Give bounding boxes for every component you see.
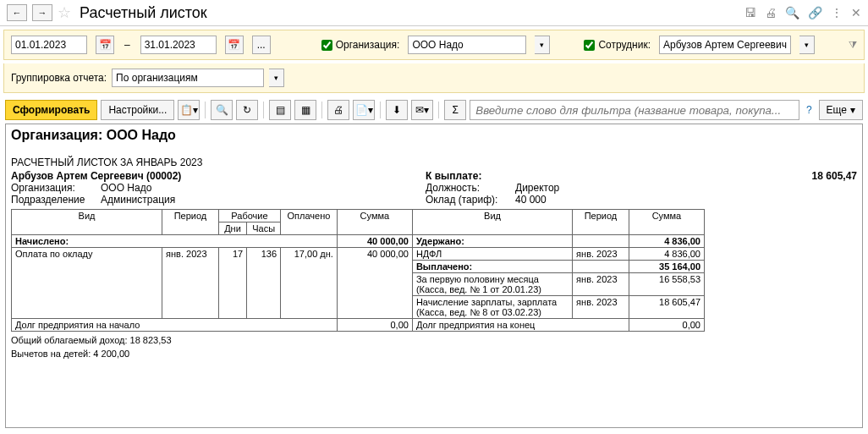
save-button[interactable]: ⬇	[386, 100, 408, 120]
help-link[interactable]: ?	[803, 104, 816, 116]
date-dash: –	[124, 39, 130, 51]
salary-value: 40 000	[515, 194, 547, 206]
org-label: Организация:	[336, 39, 400, 51]
forward-button[interactable]: →	[32, 4, 52, 21]
emp-checkbox[interactable]	[584, 40, 595, 51]
emp-dropdown-icon[interactable]: ▾	[799, 36, 815, 54]
copy-settings-button[interactable]: 📋▾	[178, 100, 200, 120]
info-org-label: Организация:	[11, 182, 96, 194]
refresh-icon[interactable]: ↻	[236, 100, 258, 120]
group-select[interactable]: По организациям	[112, 69, 264, 87]
salary-label: Оклад (тариф):	[426, 194, 510, 206]
pos-value: Директор	[515, 182, 559, 194]
pay-amount: 18 605,47	[812, 170, 857, 182]
footer-income: Общий облагаемый доход: 18 823,53	[11, 335, 857, 345]
sum-icon[interactable]: Σ	[444, 100, 466, 120]
find-icon[interactable]: 🔍	[211, 100, 233, 120]
emp-select[interactable]: Арбузов Артем Сергеевич	[659, 36, 791, 54]
report-area: Организация: ООО Надо РАСЧЕТНЫЙ ЛИСТОК З…	[5, 124, 863, 428]
org-select[interactable]: ООО Надо	[408, 36, 526, 54]
footer-deduct: Вычетов на детей: 4 200,00	[11, 349, 857, 359]
form-button[interactable]: Сформировать	[5, 100, 97, 120]
page-title: Расчетный листок	[80, 4, 739, 22]
date-period-button[interactable]: ...	[252, 36, 271, 54]
filter-icon[interactable]: ⧩	[849, 39, 857, 51]
back-button[interactable]: ←	[7, 4, 27, 21]
pay-label: К выплате:	[426, 170, 481, 182]
email-button[interactable]: ✉▾	[411, 100, 433, 120]
date-to-input[interactable]	[140, 36, 217, 54]
link-icon[interactable]: 🔗	[808, 6, 822, 19]
collapse-icon[interactable]: ▦	[294, 100, 316, 120]
report-sheet-title: РАСЧЕТНЫЙ ЛИСТОК ЗА ЯНВАРЬ 2023	[11, 157, 857, 168]
settings-button[interactable]: Настройки...	[101, 100, 174, 120]
expand-icon[interactable]: ▤	[269, 100, 291, 120]
print-icon[interactable]: 🖨	[765, 6, 777, 19]
save-icon[interactable]: 🖫	[744, 6, 756, 19]
report-org-title: Организация: ООО Надо	[11, 128, 857, 143]
date-to-cal-icon[interactable]: 📅	[225, 36, 244, 54]
report-emp-name: Арбузов Артем Сергеевич (00002)	[11, 170, 426, 182]
group-dropdown-icon[interactable]: ▾	[269, 69, 284, 87]
date-from-cal-icon[interactable]: 📅	[96, 36, 114, 54]
preview-icon[interactable]: 🔍	[785, 6, 799, 19]
payroll-table: Вид Период Рабочие Оплачено Сумма Вид Пе…	[11, 209, 705, 332]
print-menu-icon[interactable]: 📄▾	[353, 100, 375, 120]
favorite-icon[interactable]: ☆	[58, 3, 71, 22]
close-icon[interactable]: ✕	[851, 6, 861, 19]
search-input[interactable]	[470, 100, 799, 120]
pos-label: Должность:	[426, 182, 510, 194]
more-button[interactable]: Еще ▾	[819, 100, 863, 120]
info-dept-label: Подразделение	[11, 194, 96, 206]
org-dropdown-icon[interactable]: ▾	[535, 36, 550, 54]
emp-label: Сотрудник:	[598, 39, 651, 51]
org-checkbox[interactable]	[321, 40, 332, 51]
group-label: Группировка отчета:	[11, 72, 107, 84]
info-org-value: ООО Надо	[101, 182, 151, 194]
print-button[interactable]: 🖨	[327, 100, 349, 120]
info-dept-value: Администрация	[101, 194, 175, 206]
date-from-input[interactable]	[11, 36, 87, 54]
menu-icon[interactable]: ⋮	[831, 6, 843, 19]
